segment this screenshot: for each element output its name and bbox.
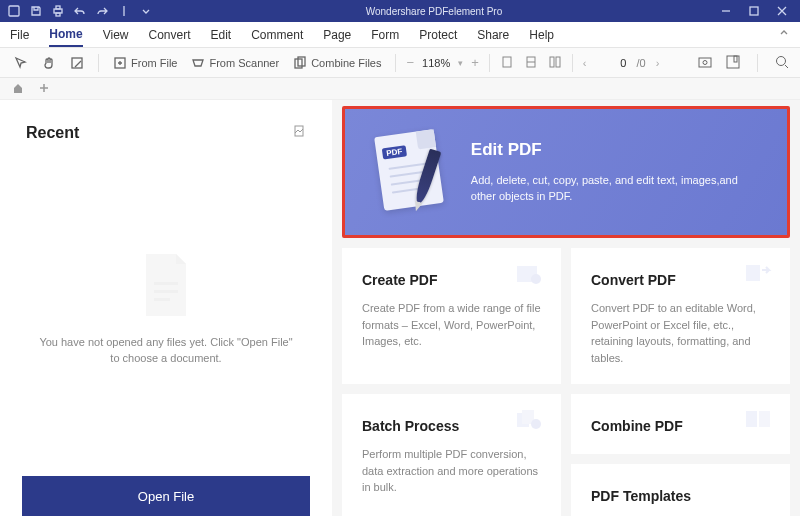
zoom-out-button[interactable]: − <box>406 55 414 70</box>
svg-point-31 <box>531 419 541 429</box>
maximize-icon[interactable] <box>748 5 760 17</box>
pdf-templates-title: PDF Templates <box>591 488 770 504</box>
svg-rect-23 <box>154 282 178 285</box>
toolbar-separator <box>572 54 573 72</box>
menu-comment[interactable]: Comment <box>251 24 303 46</box>
toolbar-separator <box>395 54 396 72</box>
from-scanner-label: From Scanner <box>209 57 279 69</box>
search-icon[interactable] <box>774 54 790 72</box>
app-logo-icon <box>8 5 20 17</box>
svg-rect-14 <box>550 57 554 67</box>
app-title: Wondershare PDFelement Pro <box>160 6 708 17</box>
new-tab-icon[interactable] <box>38 80 50 98</box>
edit-pdf-hero-icon: PDF <box>373 127 443 217</box>
from-file-button[interactable]: From File <box>109 54 181 72</box>
screenshot-icon[interactable] <box>697 54 713 72</box>
combine-files-label: Combine Files <box>311 57 381 69</box>
svg-rect-11 <box>503 57 511 67</box>
svg-point-17 <box>703 60 707 64</box>
fit-actual-icon[interactable] <box>548 55 562 71</box>
svg-rect-6 <box>750 7 758 15</box>
convert-pdf-desc: Convert PDF to an editable Word, PowerPo… <box>591 300 770 366</box>
menu-share[interactable]: Share <box>477 24 509 46</box>
svg-rect-28 <box>746 265 760 281</box>
close-icon[interactable] <box>776 5 788 17</box>
toolbar-separator <box>757 54 758 72</box>
combine-files-button[interactable]: Combine Files <box>289 54 385 72</box>
next-page-button[interactable]: › <box>656 57 660 69</box>
from-scanner-button[interactable]: From Scanner <box>187 54 283 72</box>
edit-pdf-title: Edit PDF <box>471 140 759 160</box>
fit-page-icon[interactable] <box>524 55 538 71</box>
zoom-in-button[interactable]: + <box>471 55 479 70</box>
menu-edit[interactable]: Edit <box>211 24 232 46</box>
svg-point-20 <box>777 56 786 65</box>
from-file-label: From File <box>131 57 177 69</box>
menu-home[interactable]: Home <box>49 23 82 47</box>
print-icon[interactable] <box>52 5 64 17</box>
menu-protect[interactable]: Protect <box>419 24 457 46</box>
svg-rect-33 <box>759 411 770 427</box>
convert-pdf-card[interactable]: Convert PDF Convert PDF to an editable W… <box>571 248 790 384</box>
svg-rect-19 <box>734 56 737 62</box>
empty-doc-icon <box>138 252 194 318</box>
recent-settings-icon[interactable] <box>292 124 306 142</box>
qat-dropdown-icon[interactable] <box>140 5 152 17</box>
svg-rect-25 <box>154 298 170 301</box>
menu-page[interactable]: Page <box>323 24 351 46</box>
page-total: /0 <box>636 57 645 69</box>
zoom-value: 118% <box>422 57 450 69</box>
menu-view[interactable]: View <box>103 24 129 46</box>
recent-empty-text: You have not opened any files yet. Click… <box>36 334 296 367</box>
save-icon[interactable] <box>30 5 42 17</box>
menu-convert[interactable]: Convert <box>148 24 190 46</box>
combine-pdf-card[interactable]: Combine PDF <box>571 394 790 454</box>
batch-process-card[interactable]: Batch Process Perform multiple PDF conve… <box>342 394 561 516</box>
qat-divider-icon <box>118 5 130 17</box>
hand-tool-icon[interactable] <box>38 54 60 72</box>
toolbar-separator <box>489 54 490 72</box>
svg-rect-2 <box>56 6 60 9</box>
svg-rect-24 <box>154 290 178 293</box>
select-tool-icon[interactable] <box>10 54 32 72</box>
svg-rect-15 <box>556 57 560 67</box>
svg-rect-16 <box>699 58 711 67</box>
combine-pdf-icon <box>744 408 772 430</box>
edit-pdf-desc: Add, delete, cut, copy, paste, and edit … <box>471 172 759 205</box>
bookmark-icon[interactable] <box>725 54 741 72</box>
recent-heading: Recent <box>26 124 79 142</box>
toolbar-separator <box>98 54 99 72</box>
open-file-button[interactable]: Open File <box>22 476 310 516</box>
svg-rect-0 <box>9 6 19 16</box>
create-pdf-card[interactable]: Create PDF Create PDF from a wide range … <box>342 248 561 384</box>
edit-pdf-hero[interactable]: PDF Edit PDF Add, delete, cut, copy, pas… <box>342 106 790 238</box>
create-pdf-desc: Create PDF from a wide range of file for… <box>362 300 541 350</box>
zoom-dropdown-icon[interactable]: ▾ <box>458 58 463 68</box>
create-pdf-icon <box>515 262 543 284</box>
batch-process-desc: Perform multiple PDF conversion, data ex… <box>362 446 541 496</box>
svg-line-21 <box>785 65 788 68</box>
menu-file[interactable]: File <box>10 24 29 46</box>
collapse-ribbon-icon[interactable] <box>778 27 790 42</box>
batch-process-icon <box>515 408 543 430</box>
svg-rect-7 <box>72 58 82 68</box>
menu-form[interactable]: Form <box>371 24 399 46</box>
edit-tool-icon[interactable] <box>66 54 88 72</box>
undo-icon[interactable] <box>74 5 86 17</box>
menu-help[interactable]: Help <box>529 24 554 46</box>
convert-pdf-icon <box>744 262 772 284</box>
minimize-icon[interactable] <box>720 5 732 17</box>
page-current-input[interactable] <box>596 57 626 69</box>
fit-width-icon[interactable] <box>500 55 514 71</box>
redo-icon[interactable] <box>96 5 108 17</box>
recent-panel: Recent You have not opened any files yet… <box>0 100 332 516</box>
svg-rect-32 <box>746 411 757 427</box>
home-tab-icon[interactable] <box>12 80 24 98</box>
svg-point-27 <box>531 274 541 284</box>
pdf-templates-card[interactable]: PDF Templates <box>571 464 790 516</box>
prev-page-button[interactable]: ‹ <box>583 57 587 69</box>
svg-rect-3 <box>56 13 60 16</box>
